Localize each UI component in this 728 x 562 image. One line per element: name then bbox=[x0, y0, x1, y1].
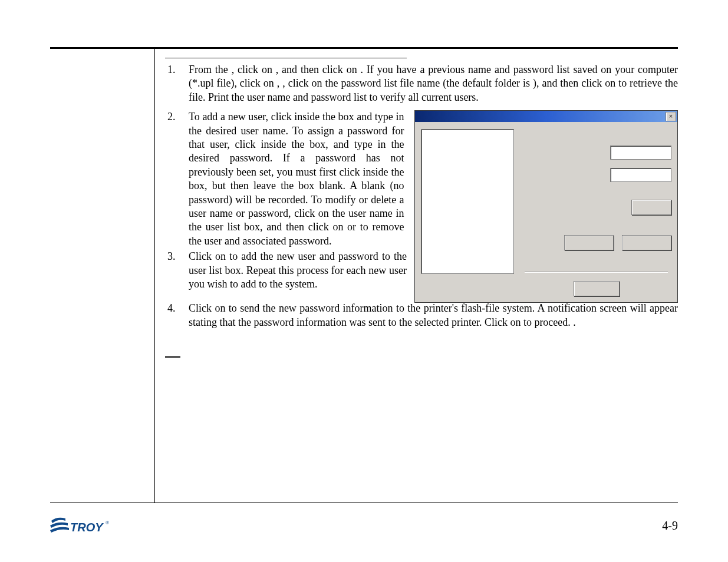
pair-button-right[interactable] bbox=[622, 235, 671, 250]
svg-text:®: ® bbox=[106, 520, 109, 525]
dialog-titlebar: × bbox=[415, 111, 677, 122]
dialog-left-pane bbox=[415, 122, 519, 302]
top-horizontal-rule bbox=[50, 47, 678, 49]
bottom-horizontal-rule bbox=[50, 503, 678, 503]
section-underline bbox=[165, 58, 407, 58]
password-input[interactable] bbox=[610, 168, 671, 182]
vertical-rule bbox=[154, 47, 155, 503]
dialog-right-pane bbox=[519, 122, 677, 302]
step-3: Click on to add the new user and passwor… bbox=[178, 250, 407, 291]
username-input[interactable] bbox=[610, 146, 671, 160]
step-1: From the , click on , and then click on … bbox=[178, 63, 678, 104]
main-content: From the , click on , and then click on … bbox=[165, 58, 678, 497]
step-4-text: Click on to send the new password inform… bbox=[189, 302, 678, 329]
dialog-screenshot: × bbox=[414, 110, 678, 303]
step-1-text: From the , click on , and then click on … bbox=[189, 63, 678, 104]
user-list-box[interactable] bbox=[421, 129, 514, 274]
single-button[interactable] bbox=[631, 200, 671, 215]
step-2-text: To add a new user, click inside the box … bbox=[189, 110, 404, 248]
close-icon[interactable]: × bbox=[666, 112, 676, 121]
brand-logo: TROY ® bbox=[50, 515, 109, 536]
brand-text: TROY bbox=[70, 521, 104, 534]
dialog-body bbox=[415, 122, 677, 302]
instruction-list: From the , click on , and then click on … bbox=[165, 63, 678, 329]
page-number: 4-9 bbox=[662, 519, 678, 533]
pair-button-left[interactable] bbox=[564, 235, 614, 250]
step-4: Click on to send the new password inform… bbox=[178, 302, 678, 329]
note-marker bbox=[165, 356, 180, 358]
bottom-button[interactable] bbox=[574, 281, 620, 296]
dialog-divider bbox=[525, 272, 668, 273]
document-page: From the , click on , and then click on … bbox=[0, 0, 728, 562]
step-3-text: Click on to add the new user and passwor… bbox=[189, 250, 407, 290]
